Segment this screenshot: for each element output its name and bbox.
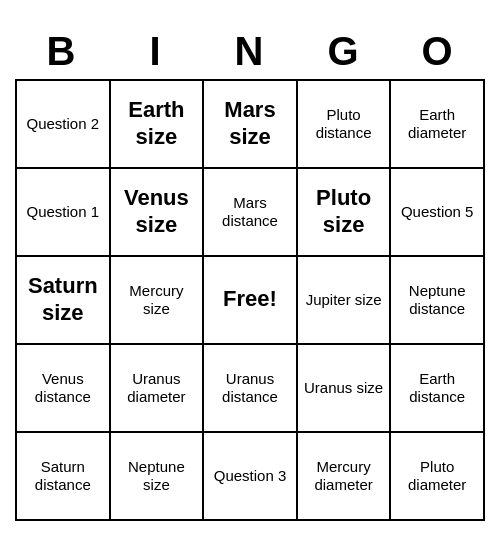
bingo-cell: Mars size xyxy=(204,81,298,169)
bingo-cell: Earth diameter xyxy=(391,81,485,169)
bingo-cell: Saturn distance xyxy=(17,433,111,521)
bingo-cell: Mercury diameter xyxy=(298,433,392,521)
bingo-cell: Venus size xyxy=(111,169,205,257)
bingo-cell: Pluto diameter xyxy=(391,433,485,521)
bingo-cell: Neptune distance xyxy=(391,257,485,345)
bingo-cell: Pluto distance xyxy=(298,81,392,169)
bingo-cell: Jupiter size xyxy=(298,257,392,345)
bingo-card: BINGO Question 2Earth sizeMars sizePluto… xyxy=(5,14,495,531)
bingo-cell: Saturn size xyxy=(17,257,111,345)
bingo-cell: Uranus size xyxy=(298,345,392,433)
bingo-grid: Question 2Earth sizeMars sizePluto dista… xyxy=(15,79,485,521)
header-letter: B xyxy=(15,24,109,79)
bingo-cell: Question 2 xyxy=(17,81,111,169)
bingo-cell: Question 1 xyxy=(17,169,111,257)
bingo-cell: Uranus distance xyxy=(204,345,298,433)
bingo-cell: Pluto size xyxy=(298,169,392,257)
bingo-cell: Neptune size xyxy=(111,433,205,521)
header-letter: N xyxy=(203,24,297,79)
bingo-cell: Question 3 xyxy=(204,433,298,521)
header-letter: O xyxy=(391,24,485,79)
free-space: Free! xyxy=(204,257,298,345)
bingo-cell: Earth size xyxy=(111,81,205,169)
bingo-cell: Mercury size xyxy=(111,257,205,345)
bingo-cell: Mars distance xyxy=(204,169,298,257)
bingo-header: BINGO xyxy=(15,24,485,79)
bingo-cell: Earth distance xyxy=(391,345,485,433)
bingo-cell: Question 5 xyxy=(391,169,485,257)
header-letter: I xyxy=(109,24,203,79)
bingo-cell: Venus distance xyxy=(17,345,111,433)
bingo-cell: Uranus diameter xyxy=(111,345,205,433)
header-letter: G xyxy=(297,24,391,79)
